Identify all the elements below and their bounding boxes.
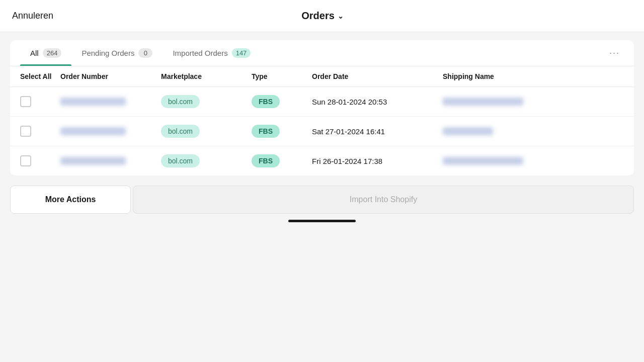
tab-imported-badge: 147 (232, 48, 251, 58)
row1-type: FBS (252, 95, 312, 108)
orders-title-text: Orders (301, 10, 335, 22)
col-shipping-name: Shipping Name (443, 72, 624, 80)
orders-title[interactable]: Orders ⌄ (301, 10, 344, 22)
row1-shipping-name (443, 98, 624, 106)
row2-type: FBS (252, 125, 312, 138)
row3-shipping-name (443, 157, 624, 165)
row3-order-number (60, 157, 161, 165)
orders-card: All 264 Pending Orders 0 Imported Orders… (10, 40, 634, 175)
row2-order-date: Sat 27-01-2024 16:41 (312, 127, 443, 136)
tab-all-badge: 264 (43, 48, 62, 58)
row1-marketplace: bol.com (161, 95, 252, 108)
col-type: Type (252, 72, 312, 80)
more-actions-button[interactable]: More Actions (10, 186, 131, 214)
row2-checkbox[interactable] (20, 126, 60, 137)
chevron-down-icon: ⌄ (338, 12, 344, 20)
table-header: Select All Order Number Marketplace Type… (10, 66, 634, 87)
tab-all[interactable]: All 264 (20, 40, 71, 66)
top-nav: Annuleren Orders ⌄ (0, 0, 644, 32)
tab-all-label: All (30, 49, 39, 57)
row3-type: FBS (252, 154, 312, 167)
table-row: bol.com FBS Sun 28-01-2024 20:53 (10, 87, 634, 117)
import-shopify-button: Import Into Shopify (133, 186, 634, 214)
table-row: bol.com FBS Fri 26-01-2024 17:38 (10, 146, 634, 175)
row1-order-number (60, 98, 161, 106)
col-select-all[interactable]: Select All (20, 72, 60, 80)
row3-marketplace: bol.com (161, 154, 252, 167)
row2-marketplace: bol.com (161, 125, 252, 138)
row3-checkbox[interactable] (20, 155, 60, 166)
tabs-bar: All 264 Pending Orders 0 Imported Orders… (10, 40, 634, 66)
bottom-actions: More Actions Import Into Shopify (10, 186, 634, 214)
tabs-more-icon[interactable]: ··· (605, 44, 624, 62)
tab-imported[interactable]: Imported Orders 147 (163, 40, 261, 66)
tab-pending[interactable]: Pending Orders 0 (71, 40, 163, 66)
tab-pending-badge: 0 (138, 48, 152, 58)
row3-order-date: Fri 26-01-2024 17:38 (312, 157, 443, 165)
row1-checkbox[interactable] (20, 96, 60, 107)
tab-pending-label: Pending Orders (82, 49, 134, 57)
row2-shipping-name (443, 127, 624, 135)
col-marketplace: Marketplace (161, 72, 252, 80)
row2-order-number (60, 127, 161, 135)
col-order-date: Order Date (312, 72, 443, 80)
bottom-indicator (10, 214, 634, 224)
row1-order-date: Sun 28-01-2024 20:53 (312, 98, 443, 106)
orders-table: bol.com FBS Sun 28-01-2024 20:53 (10, 87, 634, 175)
home-indicator (288, 220, 356, 222)
table-row: bol.com FBS Sat 27-01-2024 16:41 (10, 117, 634, 146)
cancel-button[interactable]: Annuleren (12, 11, 53, 21)
tab-imported-label: Imported Orders (173, 49, 227, 57)
col-order-number: Order Number (60, 72, 161, 80)
main-content: All 264 Pending Orders 0 Imported Orders… (0, 32, 644, 362)
